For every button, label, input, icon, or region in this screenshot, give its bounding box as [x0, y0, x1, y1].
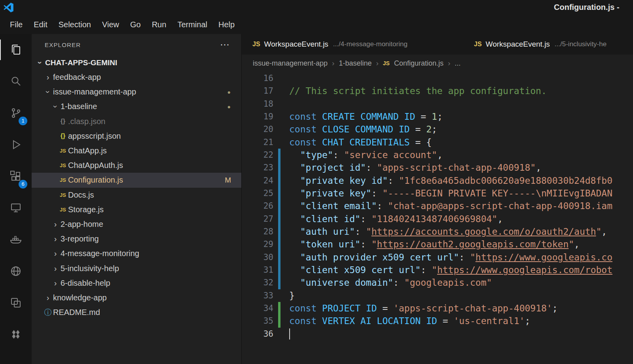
token-str: ": [366, 226, 371, 237]
tab-label: WorkspaceEvent.js: [264, 40, 328, 49]
gutter-modified-indicator: [278, 225, 280, 238]
tree-folder-4-message-monitoring[interactable]: ›4-message-monitoring: [32, 246, 241, 261]
code-line-22[interactable]: 22 "type": "service_account",: [242, 149, 633, 161]
line-number: 24: [242, 176, 273, 185]
code-line-19[interactable]: 19const CREATE_COMMAND_ID = 1;: [242, 110, 633, 123]
code-text: const CLOSE_COMMAND_ID = 2;: [286, 124, 633, 134]
line-number: 27: [242, 214, 273, 224]
breadcrumb-item-symbol[interactable]: ...: [455, 59, 461, 68]
token-pun: ;: [525, 316, 530, 326]
code-line-36[interactable]: 36: [242, 328, 633, 340]
token-pl: [316, 316, 322, 326]
token-key: "client_email": [300, 201, 377, 211]
code-line-17[interactable]: 17// This script initiates the app confi…: [242, 85, 633, 97]
menu-run[interactable]: Run: [146, 17, 172, 32]
activity-source-control[interactable]: 1: [0, 97, 32, 129]
breadcrumb-item-file[interactable]: Configuration.js: [394, 59, 443, 68]
menu-selection[interactable]: Selection: [53, 17, 97, 32]
token-str: ": [569, 239, 574, 249]
tree-folder-knowledge-app[interactable]: ›knowledge-app: [32, 290, 241, 305]
token-pun: :: [360, 239, 371, 249]
code-line-28[interactable]: 28 "auth_uri": "https://accounts.google.…: [242, 225, 633, 238]
activity-extensions[interactable]: 6: [0, 160, 32, 192]
token-pl: [289, 239, 300, 249]
info-file-icon: ⓘ: [43, 307, 53, 318]
tree-file-.clasp.json[interactable]: {}.clasp.json: [32, 114, 241, 129]
code-line-24[interactable]: 24 "private_key_id": "1fc8e6a465adbc0066…: [242, 174, 633, 187]
tab-workspaceevent-4-message-monitoring[interactable]: JS WorkspaceEvent.js .../4-message-monit…: [242, 34, 442, 55]
menu-terminal[interactable]: Terminal: [172, 17, 213, 32]
activity-globe[interactable]: [0, 255, 32, 287]
code-line-33[interactable]: 33}: [242, 289, 633, 302]
editor-group-divider: [442, 34, 463, 55]
tree-folder-5-inclusivity-help[interactable]: ›5-inclusivity-help: [32, 261, 241, 275]
code-line-34[interactable]: 34const PROJECT_ID = 'apps-script-chat-a…: [242, 302, 633, 315]
chevron-right-icon: ›: [50, 264, 61, 273]
code-line-29[interactable]: 29 "token_uri": "https://oauth2.googleap…: [242, 238, 633, 251]
tree-folder-issue-management-app[interactable]: ›issue-management-app●: [32, 85, 241, 99]
chevron-down-icon: ›: [44, 87, 53, 97]
code-line-18[interactable]: 18: [242, 98, 633, 110]
menu-go[interactable]: Go: [125, 17, 146, 32]
code-area[interactable]: 1617// This script initiates the app con…: [242, 72, 633, 364]
text-cursor: [289, 328, 290, 339]
code-line-35[interactable]: 35const VERTEX_AI_LOCATION_ID = 'us-cent…: [242, 315, 633, 327]
code-line-30[interactable]: 30 "auth_provider_x509_cert_url": "https…: [242, 251, 633, 264]
token-str: ": [470, 252, 476, 262]
code-line-25[interactable]: 25 "private_key": "-----BEGIN PRIVATE KE…: [242, 187, 633, 200]
line-number: 26: [242, 201, 273, 211]
token-op: =: [410, 124, 426, 134]
tree-folder-3-reporting[interactable]: ›3-reporting: [32, 232, 241, 246]
menu-view[interactable]: View: [97, 17, 125, 32]
token-pun: }: [289, 290, 295, 301]
code-line-20[interactable]: 20const CLOSE_COMMAND_ID = 2;: [242, 123, 633, 136]
token-kw: const: [289, 303, 316, 313]
gutter-modified-indicator: [278, 264, 280, 276]
tree-folder-1-baseline[interactable]: ›1-baseline●: [32, 99, 241, 114]
gutter: [278, 328, 280, 340]
tree-item-label: 3-reporting: [61, 234, 99, 243]
tree-file-Docs.js[interactable]: JSDocs.js: [32, 188, 241, 202]
tree-file-README.md[interactable]: ⓘREADME.md: [32, 305, 241, 320]
tree-folder-2-app-home[interactable]: ›2-app-home: [32, 217, 241, 232]
tree-file-appsscript.json[interactable]: {}appsscript.json: [32, 129, 241, 143]
tree-root-chat-apps-gemini[interactable]: › CHAT-APPS-GEMINI: [32, 55, 241, 70]
activity-docker[interactable]: [0, 224, 32, 255]
breadcrumb-item-folder[interactable]: 1-baseline: [339, 59, 371, 68]
tree-folder-feedback-app[interactable]: ›feedback-app: [32, 70, 241, 85]
code-line-23[interactable]: 23 "project_id": "apps-script-chat-app-4…: [242, 161, 633, 174]
activity-windows[interactable]: [0, 287, 32, 319]
code-line-27[interactable]: 27 "client_id": "118402413487406969804",: [242, 213, 633, 225]
json-file-icon: {}: [58, 118, 68, 125]
chevron-right-icon: ›: [50, 279, 61, 288]
code-line-31[interactable]: 31 "client_x509_cert_url": "https://www.…: [242, 264, 633, 276]
more-actions-icon[interactable]: ⋯: [220, 41, 229, 49]
code-line-16[interactable]: 16: [242, 72, 633, 85]
activity-search[interactable]: [0, 66, 32, 97]
token-str: "chat-app@apps-script-chat-app-400918.ia…: [388, 201, 612, 211]
activity-run-and-debug[interactable]: [0, 129, 32, 160]
tab-workspaceevent-5-inclusivity-help[interactable]: JS WorkspaceEvent.js .../5-inclusivity-h…: [463, 34, 633, 55]
code-line-32[interactable]: 32 "universe_domain": "googleapis.com": [242, 276, 633, 289]
menu-file[interactable]: File: [4, 17, 28, 32]
code-line-26[interactable]: 26 "client_email": "chat-app@apps-script…: [242, 200, 633, 212]
menu-edit[interactable]: Edit: [28, 17, 53, 32]
activity-explorer[interactable]: [0, 34, 32, 66]
token-var: CHAT_CREDENTIALS: [322, 137, 410, 147]
tree-file-Configuration.js[interactable]: JSConfiguration.jsM: [32, 173, 241, 187]
activity-remote-explorer[interactable]: [0, 192, 32, 224]
tree-folder-6-disable-help[interactable]: ›6-disable-help: [32, 276, 241, 290]
tree-file-ChatAppAuth.js[interactable]: JSChatAppAuth.js: [32, 158, 241, 173]
menu-help[interactable]: Help: [213, 17, 240, 32]
token-op: =: [377, 303, 394, 313]
js-file-icon: JS: [252, 41, 260, 48]
token-link: https://www.googleapis.com/robot: [437, 265, 612, 275]
line-number: 21: [242, 138, 273, 147]
js-file-icon: JS: [58, 192, 68, 198]
token-key: "client_x509_cert_url": [300, 265, 421, 275]
code-line-21[interactable]: 21const CHAT_CREDENTIALS = {: [242, 136, 633, 149]
tree-file-Storage.js[interactable]: JSStorage.js: [32, 202, 241, 217]
activity-gemini[interactable]: [0, 319, 32, 350]
breadcrumb-item-folder[interactable]: issue-management-app: [253, 59, 328, 68]
tree-file-ChatApp.js[interactable]: JSChatApp.js: [32, 143, 241, 158]
